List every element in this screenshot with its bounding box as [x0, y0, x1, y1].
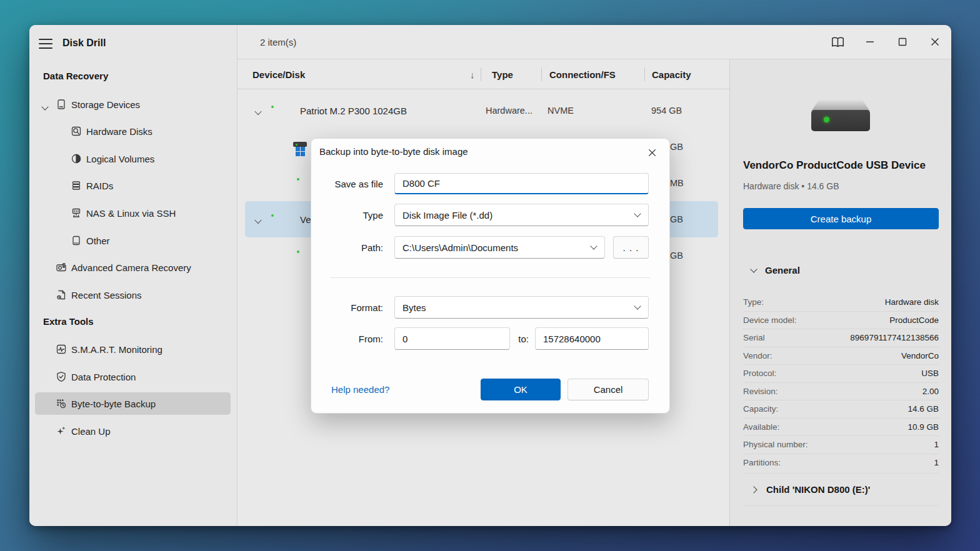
chevron-down-icon[interactable]	[42, 101, 48, 111]
detail-row: Type:Hardware disk	[743, 294, 939, 312]
nas-ssh-icon	[71, 207, 82, 219]
detail-row: Vendor:VendorCo	[743, 347, 939, 365]
child-device-row[interactable]: Child 'NIKON D800 (E:)'	[743, 473, 939, 506]
sidebar: Disk Drill Data Recovery Storage Devices…	[29, 25, 238, 526]
column-type[interactable]: Type	[492, 69, 513, 79]
chevron-down-icon[interactable]	[256, 106, 261, 116]
column-connection-fs[interactable]: Connection/FS	[549, 69, 616, 79]
cancel-button[interactable]: Cancel	[568, 379, 649, 400]
browse-button[interactable]: . . .	[613, 236, 649, 259]
sidebar-item-label: Recent Sessions	[71, 290, 142, 300]
to-label: to:	[505, 327, 529, 350]
path-dropdown[interactable]: C:\Users\Admin\Documents	[394, 236, 605, 259]
device-type: Hardware...	[486, 106, 532, 116]
clean-up-icon	[56, 425, 67, 437]
storage-devices-icon	[56, 99, 67, 110]
minimize-icon[interactable]	[854, 28, 886, 56]
device-capacity: 954 GB	[651, 106, 682, 116]
table-row[interactable]: Patriot M.2 P300 1024GB Hardware... NVME…	[238, 92, 729, 129]
sidebar-item-raids[interactable]: RAIDs	[35, 174, 231, 197]
close-icon[interactable]	[919, 28, 951, 56]
path-label: Path:	[319, 236, 383, 259]
sidebar-item-data-protection[interactable]: Data Protection	[35, 365, 231, 388]
sidebar-item-hardware-disks[interactable]: Hardware Disks	[35, 120, 231, 142]
chevron-right-icon	[750, 486, 757, 493]
byte-backup-icon	[56, 398, 67, 409]
sidebar-item-smart-monitoring[interactable]: S.M.A.R.T. Monitoring	[35, 338, 231, 360]
sidebar-item-label: NAS & Linux via SSH	[86, 208, 176, 219]
from-input[interactable]	[394, 327, 510, 350]
sidebar-item-label: S.M.A.R.T. Monitoring	[71, 344, 162, 355]
format-value: Bytes	[402, 302, 426, 313]
logical-volumes-icon	[71, 153, 82, 164]
device-capacity: GB	[670, 214, 683, 224]
maximize-icon[interactable]	[886, 28, 919, 56]
detail-row: Capacity:14.6 GB	[743, 400, 939, 419]
section-data-recovery: Data Recovery	[43, 71, 108, 81]
format-label: Format:	[319, 296, 383, 319]
column-device-disk[interactable]: Device/Disk	[252, 69, 305, 79]
sidebar-item-label: RAIDs	[86, 181, 113, 191]
hamburger-menu-icon[interactable]	[39, 39, 54, 49]
chevron-down-icon	[590, 242, 597, 249]
sidebar-item-advanced-camera-recovery[interactable]: Advanced Camera Recovery	[35, 256, 231, 279]
device-details-panel: VendorCo ProductCode USB Device Hardware…	[729, 59, 951, 526]
sidebar-item-byte-to-byte-backup[interactable]: Byte-to-byte Backup	[35, 392, 231, 415]
create-backup-button[interactable]: Create backup	[743, 208, 939, 229]
data-protection-icon	[56, 371, 67, 382]
type-label: Type	[319, 204, 383, 226]
sidebar-item-logical-volumes[interactable]: Logical Volumes	[35, 147, 231, 170]
section-extra-tools: Extra Tools	[43, 316, 94, 327]
to-input[interactable]	[535, 327, 649, 350]
chevron-down-icon	[634, 210, 641, 217]
sidebar-item-nas-linux-ssh[interactable]: NAS & Linux via SSH	[35, 202, 231, 224]
sidebar-item-label: Advanced Camera Recovery	[71, 262, 191, 273]
chevron-down-icon[interactable]	[256, 214, 261, 225]
save-as-input[interactable]	[394, 173, 649, 194]
chevron-down-icon	[634, 302, 641, 309]
child-device-label: Child 'NIKON D800 (E:)'	[766, 484, 870, 495]
chevron-down-icon	[750, 266, 757, 272]
detail-row: Revision:2.00	[743, 383, 939, 401]
detail-row: Serial8969791177412138566	[743, 329, 939, 347]
dialog-divider	[331, 277, 651, 278]
detail-row: Protocol:USB	[743, 365, 939, 383]
sidebar-item-label: Logical Volumes	[86, 154, 154, 164]
open-book-icon[interactable]	[821, 28, 854, 56]
backup-dialog: Backup into byte-to-byte disk image Save…	[311, 138, 670, 414]
sidebar-item-recent-sessions[interactable]: Recent Sessions	[35, 284, 231, 306]
column-capacity[interactable]: Capacity	[652, 69, 691, 79]
from-label: From:	[319, 327, 383, 350]
general-details-list: Type:Hardware disk Device model:ProductC…	[743, 294, 939, 472]
sidebar-item-label: Byte-to-byte Backup	[71, 399, 156, 409]
ok-button[interactable]: OK	[481, 379, 561, 400]
items-count: 2 item(s)	[260, 37, 296, 47]
sidebar-item-other[interactable]: Other	[35, 229, 231, 252]
detail-row: Device model:ProductCode	[743, 312, 939, 330]
smart-monitoring-icon	[56, 344, 67, 355]
sidebar-item-storage-devices[interactable]: Storage Devices	[35, 93, 231, 116]
other-disk-icon	[71, 235, 82, 246]
dialog-title: Backup into byte-to-byte disk image	[319, 146, 468, 157]
detail-row: Partitions:1	[743, 454, 939, 472]
hardware-disks-icon	[71, 126, 82, 137]
main-titlebar: 2 item(s)	[238, 25, 951, 59]
device-fs: NVME	[548, 106, 574, 116]
general-section-header[interactable]: General	[751, 265, 800, 276]
detail-row: Physical number:1	[743, 436, 939, 454]
sidebar-item-label: Data Protection	[71, 372, 136, 382]
recent-sessions-icon	[56, 289, 67, 300]
path-value: C:\Users\Admin\Documents	[402, 242, 518, 253]
sidebar-item-clean-up[interactable]: Clean Up	[35, 420, 231, 442]
close-icon[interactable]	[642, 142, 662, 162]
device-capacity: GB	[670, 251, 683, 261]
format-dropdown[interactable]: Bytes	[394, 296, 649, 319]
type-dropdown[interactable]: Disk Image File (*.dd)	[394, 204, 649, 226]
type-value: Disk Image File (*.dd)	[402, 210, 492, 221]
app-title: Disk Drill	[62, 37, 106, 49]
device-capacity: GB	[670, 142, 683, 152]
detail-row: Available:10.9 GB	[743, 419, 939, 437]
sort-descending-icon[interactable]: ↓	[470, 69, 475, 79]
help-link[interactable]: Help needed?	[331, 379, 389, 400]
device-subtitle: Hardware disk • 14.6 GB	[743, 181, 839, 191]
